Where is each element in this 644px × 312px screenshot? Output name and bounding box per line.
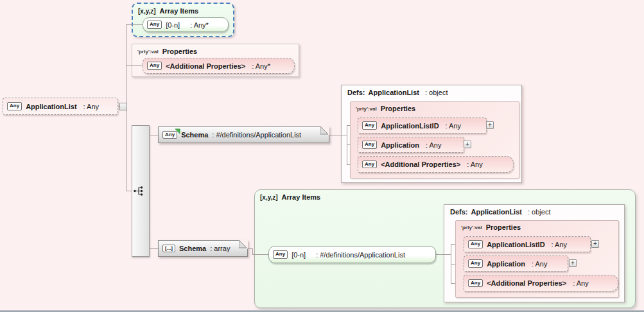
properties-title: Properties	[381, 105, 415, 112]
connector-line	[126, 24, 143, 25]
properties-title: Properties	[486, 223, 521, 231]
item-type: : Any*	[190, 21, 209, 29]
property-type: : Any	[532, 260, 547, 268]
property-name: <Additional Properties>	[487, 279, 566, 287]
reference-arrow-icon	[175, 128, 180, 134]
property-type: : Any	[426, 141, 441, 149]
any-type-icon: Any	[468, 240, 483, 248]
defs-label: Defs:	[450, 208, 468, 216]
properties-header: 'prty':val Properties	[351, 102, 519, 115]
additional-properties-item[interactable]: Any <Additional Properties> : Any	[464, 275, 618, 291]
connector-line	[126, 65, 143, 66]
expand-button[interactable]: +	[486, 121, 494, 129]
property-name: <Additional Properties>	[166, 62, 245, 70]
schema-type: : array	[210, 245, 230, 252]
property-type: : Any	[552, 241, 567, 248]
schema-name: Schema	[179, 245, 206, 252]
occurrence-label: [0-n]	[292, 251, 306, 259]
property-type: : Any	[573, 279, 588, 287]
defs-type: : object	[425, 89, 448, 96]
folded-corner-icon	[320, 126, 329, 135]
root-name: ApplicationList	[26, 103, 76, 110]
any-type-icon: Any	[362, 141, 377, 149]
properties-title: Properties	[162, 48, 197, 55]
defs-type: : object	[528, 208, 550, 216]
property-item-application[interactable]: Any Application : Any	[464, 256, 568, 272]
schema-type: : #/definitions/ApplicationList	[212, 131, 301, 139]
property-name: <Additional Properties>	[381, 160, 460, 168]
schema-array-node[interactable]: [...] Schema : array	[158, 240, 248, 257]
root-node-applicationlist[interactable]: Any ApplicationList : Any	[3, 98, 118, 115]
connector-line	[252, 254, 269, 255]
defs-header: Defs: ApplicationList : object	[342, 85, 521, 100]
properties-header: 'prty':val Properties	[132, 44, 299, 58]
property-item-applicationlistid[interactable]: Any ApplicationListID : Any	[358, 117, 487, 134]
property-type: : Any	[467, 160, 482, 168]
any-type-icon: Any	[468, 279, 483, 288]
defs-name: ApplicationList	[369, 89, 419, 96]
array-item-any[interactable]: Any [0-n] : Any*	[143, 17, 229, 32]
properties-badge-icon: 'prty':val	[356, 106, 377, 112]
property-name: ApplicationListID	[487, 241, 544, 248]
property-type: : Any*	[252, 62, 270, 70]
any-type-icon: Any	[362, 160, 377, 169]
folded-corner-icon	[239, 240, 248, 249]
defs-header: Defs: ApplicationList : object	[444, 205, 624, 219]
connector-line	[150, 135, 159, 135]
any-type-icon: Any	[147, 21, 162, 29]
defs-name: ApplicationList	[471, 208, 522, 216]
array-items-header: [x,y,z] Array Items	[133, 4, 233, 18]
property-name: ApplicationListID	[381, 122, 439, 130]
additional-properties-item[interactable]: Any <Additional Properties> : Any*	[143, 58, 295, 74]
property-name: Application	[487, 260, 525, 268]
item-type: : #/definitions/ApplicationList	[316, 251, 405, 259]
defs-label: Defs:	[347, 89, 365, 96]
any-type-icon: Any	[273, 250, 288, 259]
schema-name: Schema	[181, 131, 208, 139]
defs-trunk-line	[347, 125, 347, 165]
additional-properties-item[interactable]: Any <Additional Properties> : Any	[358, 156, 514, 173]
properties-badge-icon: 'prty':val	[461, 225, 482, 230]
array-badge-icon: [x,y,z]	[260, 194, 278, 201]
array-type-icon: [...]	[162, 245, 175, 253]
property-type: : Any	[446, 122, 461, 130]
connector-line	[435, 254, 451, 255]
property-item-application[interactable]: Any Application : Any	[358, 137, 464, 153]
collapse-toggle[interactable]	[119, 103, 127, 110]
choice-icon[interactable]	[133, 186, 146, 196]
properties-header: 'prty':val Properties	[456, 221, 618, 234]
properties-badge-icon: 'prty':val	[137, 49, 159, 55]
array-item-ref[interactable]: Any [0-n] : #/definitions/ApplicationLis…	[268, 246, 436, 263]
expand-button[interactable]: +	[591, 240, 599, 248]
connector-line	[150, 248, 159, 249]
array-badge-icon: [x,y,z]	[138, 8, 156, 15]
array-items-title: Array Items	[282, 193, 321, 201]
property-item-applicationlistid[interactable]: Any ApplicationListID : Any	[464, 236, 591, 252]
connector-line	[126, 191, 132, 191]
json-schema-diagram: [x,y,z] Array Items Any [0-n] : Any* 'pr…	[0, 0, 644, 312]
occurrence-label: [0-n]	[166, 21, 180, 29]
root-type: : Any	[83, 103, 99, 110]
any-type-icon: Any	[468, 259, 483, 268]
expand-button[interactable]: +	[464, 141, 471, 148]
any-type-icon: Any	[147, 62, 162, 70]
expand-button[interactable]: +	[569, 259, 577, 267]
any-type-icon: Any	[162, 131, 177, 139]
connector-line	[329, 135, 347, 135]
any-type-icon: Any	[7, 102, 22, 110]
any-type-icon: Any	[362, 121, 377, 130]
array-items-title: Array Items	[160, 7, 199, 15]
property-name: Application	[381, 141, 419, 149]
array-items-header: [x,y,z] Array Items	[255, 190, 635, 204]
schema-ref-node[interactable]: Any Schema : #/definitions/ApplicationLi…	[158, 126, 329, 143]
